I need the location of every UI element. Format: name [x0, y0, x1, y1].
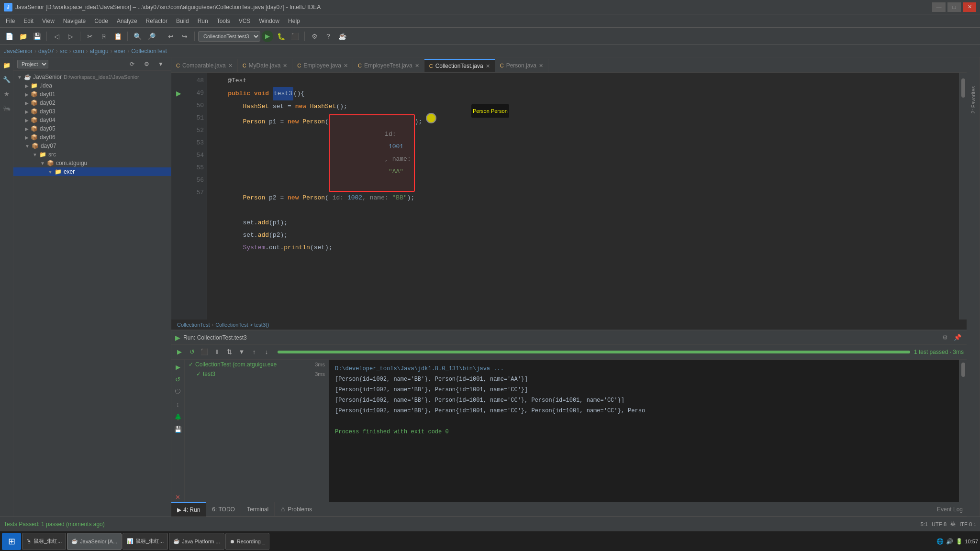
cut-button[interactable]: ✂ [84, 30, 96, 43]
run-export-button[interactable]: ↑ [249, 347, 259, 357]
run-play-button[interactable]: ▶ [174, 347, 185, 357]
new-file-button[interactable]: 📄 [3, 30, 15, 43]
tree-idea[interactable]: ▶ 📁 .idea [13, 81, 171, 90]
menu-window[interactable]: Window [255, 16, 283, 26]
bc-javasenior[interactable]: JavaSenior [4, 48, 33, 55]
taskbar-javasenior[interactable]: ☕ JavaSenior [A... [67, 533, 122, 550]
tab-terminal[interactable]: Terminal [241, 502, 275, 517]
back-button[interactable]: ◁ [50, 30, 63, 43]
favorites-icon[interactable]: ★ [1, 88, 12, 99]
start-button[interactable]: ⊞ [2, 533, 21, 550]
sdk-button[interactable]: ☕ [336, 30, 348, 43]
run-rerun-icon[interactable]: ↺ [173, 374, 183, 385]
run-sort-button[interactable]: ⇅ [224, 347, 234, 357]
find-button[interactable]: 🔎 [145, 30, 157, 43]
bc-src[interactable]: src [60, 48, 67, 55]
close-mydate-tab[interactable]: ✕ [283, 63, 287, 69]
window-controls[interactable]: — □ ✕ [932, 2, 976, 12]
run-rerun-button[interactable]: ↺ [187, 347, 197, 357]
tab-employee[interactable]: C Employee.java ✕ [292, 59, 353, 72]
run-close-icon[interactable]: ✕ [173, 492, 183, 502]
maximize-button[interactable]: □ [947, 2, 961, 12]
close-comparable-tab[interactable]: ✕ [228, 63, 233, 69]
bc-day07[interactable]: day07 [38, 48, 54, 55]
run-tree-collectiontest[interactable]: ✓ CollectionTest (com.atguigu.exe 3ms [185, 360, 329, 369]
menu-navigate[interactable]: Navigate [59, 16, 89, 26]
menu-help[interactable]: Help [284, 16, 304, 26]
undo-button[interactable]: ↩ [165, 30, 177, 43]
run-restart-icon[interactable]: ▶ [173, 362, 183, 372]
run-tree-test3[interactable]: ✓ test3 3ms [185, 369, 329, 379]
tab-employeetest[interactable]: C EmployeeTest.java ✕ [353, 59, 424, 72]
gear-icon[interactable]: ⚙ [140, 58, 153, 70]
run-filter-button[interactable]: ▼ [236, 347, 247, 357]
run-export-icon[interactable]: 💾 [173, 424, 183, 434]
run-output-scrollbar[interactable] [959, 360, 967, 502]
bc-collectiontest[interactable]: CollectionTest [131, 48, 167, 55]
tree-day05[interactable]: ▶ 📦 day05 [13, 124, 171, 133]
redo-button[interactable]: ↪ [178, 30, 191, 43]
tree-exer[interactable]: ▼ 📁 exer [13, 167, 171, 176]
run-line-gutter[interactable]: ▶ [176, 87, 181, 99]
close-button[interactable]: ✕ [963, 2, 976, 12]
tab-run[interactable]: ▶ 4: Run [171, 502, 206, 517]
menu-edit[interactable]: Edit [20, 16, 37, 26]
tree-day03[interactable]: ▶ 📦 day03 [13, 107, 171, 116]
menu-refactor[interactable]: Refactor [142, 16, 171, 26]
ant-icon[interactable]: 🐜 [1, 102, 12, 114]
tab-todo[interactable]: 6: TODO [206, 502, 241, 517]
tab-comparable[interactable]: C Comparable.java ✕ [171, 59, 238, 72]
tree-day01[interactable]: ▶ 📦 day01 [13, 90, 171, 99]
taskbar-recording[interactable]: ⏺ Recording _ [225, 533, 269, 550]
taskbar-java-platform[interactable]: ☕ Java Platform ... [169, 533, 224, 550]
copy-button[interactable]: ⎘ [98, 30, 110, 43]
close-employee-tab[interactable]: ✕ [344, 63, 348, 69]
tree-day06[interactable]: ▶ 📦 day06 [13, 133, 171, 142]
collapse-icon[interactable]: ▼ [155, 58, 167, 70]
tab-person[interactable]: C Person.java ✕ [495, 59, 548, 72]
stop-button[interactable]: ⬛ [289, 30, 301, 43]
menu-build[interactable]: Build [172, 16, 193, 26]
menu-tools[interactable]: Tools [213, 16, 234, 26]
run-settings-button[interactable]: ⚙ [940, 332, 950, 343]
right-scrollbar[interactable] [959, 73, 967, 320]
minimize-button[interactable]: — [932, 2, 946, 12]
run-import-button[interactable]: ↓ [261, 347, 272, 357]
run-coverage-icon[interactable]: 🛡 [173, 386, 183, 397]
menu-code[interactable]: Code [90, 16, 112, 26]
bc-exer[interactable]: exer [114, 48, 125, 55]
run-button[interactable]: ▶ [262, 31, 273, 42]
debug-button[interactable]: 🐛 [275, 30, 287, 43]
menu-run[interactable]: Run [194, 16, 212, 26]
tree-root[interactable]: ▼ ☕ JavaSenior D:\workspace_idea1\JavaSe… [13, 73, 171, 81]
run-scroll-icon[interactable]: ↕ [173, 399, 183, 409]
menu-vcs[interactable]: VCS [235, 16, 255, 26]
taskbar-mouse[interactable]: 🖱 鼠标_朱红... [22, 533, 66, 550]
sync-icon[interactable]: ⟳ [126, 58, 138, 70]
project-icon[interactable]: 📁 [1, 59, 12, 71]
tab-collectiontest[interactable]: C CollectionTest.java ✕ [424, 59, 495, 72]
structure-icon[interactable]: 🔧 [1, 74, 12, 85]
search-button[interactable]: 🔍 [131, 30, 144, 43]
help-button[interactable]: ? [322, 30, 334, 43]
run-pause-button[interactable]: ⏸ [212, 347, 222, 357]
tree-day07[interactable]: ▼ 📦 day07 [13, 142, 171, 150]
settings-button[interactable]: ⚙ [308, 30, 321, 43]
menu-file[interactable]: File [2, 16, 19, 26]
run-stop-button[interactable]: ⬛ [199, 347, 210, 357]
cb-test3[interactable]: CollectionTest > test3() [215, 322, 269, 328]
taskbar-ppt[interactable]: 📊 鼠标_朱红... [122, 533, 168, 550]
bc-com[interactable]: com [73, 48, 84, 55]
tree-com-atguigu[interactable]: ▼ 📦 com.atguigu [13, 159, 171, 167]
cb-collectiontest[interactable]: CollectionTest [177, 322, 210, 328]
code-editor[interactable]: @Test public void test3 (){ [207, 73, 959, 320]
close-employeetest-tab[interactable]: ✕ [415, 63, 419, 69]
open-button[interactable]: 📁 [17, 30, 29, 43]
save-button[interactable]: 💾 [31, 30, 43, 43]
tree-day02[interactable]: ▶ 📦 day02 [13, 99, 171, 107]
run-pin-button[interactable]: 📌 [952, 332, 963, 343]
tree-src[interactable]: ▼ 📁 src [13, 150, 171, 159]
close-collectiontest-tab[interactable]: ✕ [486, 63, 490, 69]
run-tree-icon[interactable]: 🌲 [173, 411, 183, 422]
paste-button[interactable]: 📋 [111, 30, 124, 43]
